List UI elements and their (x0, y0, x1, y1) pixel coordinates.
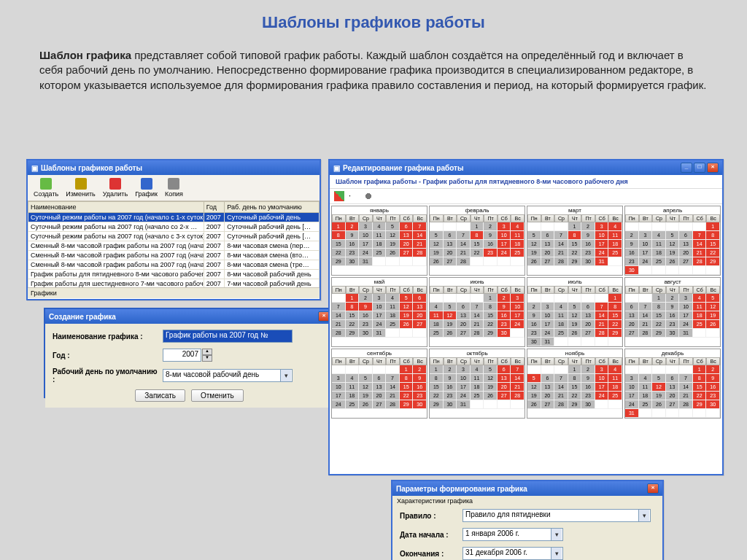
table-row[interactable]: График работы для пятидневного 8-ми часо… (28, 270, 320, 279)
templates-toolbar: СоздатьИзменитьУдалитьГрафикКопия (28, 175, 320, 201)
month-июнь: июньПнВтСрЧтПтСбВс1234567891011121314151… (429, 277, 525, 347)
maximize-icon[interactable]: □ (694, 163, 705, 173)
end-date[interactable]: 31 декабря 2006 г. (462, 547, 563, 560)
templates-grid[interactable]: НаименованиеГодРаб. день по умолчанию Су… (28, 201, 320, 287)
month-сентябрь: сентябрьПнВтСрЧтПтСбВс123456789101112131… (331, 349, 427, 419)
month-январь: январьПнВтСрЧтПтСбВс12345678910111213141… (331, 206, 427, 276)
create-dialog: Создание графика× Наименование графика :… (44, 308, 335, 398)
palette-icon[interactable] (334, 191, 344, 201)
month-ноябрь: ноябрьПнВтСрЧтПтСбВс12345678910111213141… (527, 349, 623, 419)
month-февраль: февральПнВтСрЧтПтСбВс1234567891011121314… (429, 206, 525, 276)
rule-select[interactable]: Правило для пятидневки (462, 509, 651, 522)
month-март: мартПнВтСрЧтПтСбВс1234567891011121314151… (527, 206, 623, 276)
params-dialog: Параметры формирования графика× Характер… (391, 480, 664, 560)
spin-down-icon[interactable]: ▼ (202, 355, 212, 362)
calendar-grid: январьПнВтСрЧтПтСбВс12345678910111213141… (330, 204, 722, 420)
default-day-select[interactable]: 8-ми часовой рабочий день (163, 369, 293, 382)
save-button[interactable]: Записать (135, 389, 185, 402)
toolbar-Копия[interactable]: Копия (162, 176, 186, 199)
table-row[interactable]: График работы для шестидневного 7-ми час… (28, 279, 320, 288)
month-август: августПнВтСрЧтПтСбВс12345678910111213141… (624, 277, 721, 347)
toolbar-Удалить[interactable]: Удалить (100, 176, 131, 199)
spin-up-icon[interactable]: ▲ (202, 349, 212, 355)
toolbar-График[interactable]: График (132, 176, 160, 199)
table-row[interactable]: Сменный 8-ми часовой график работы на 20… (28, 251, 320, 260)
year-input[interactable]: 2007 (163, 349, 201, 362)
page-title: Шаблоны графиков работы (0, 0, 747, 35)
gear-icon[interactable] (363, 191, 374, 201)
templates-titlebar[interactable]: ▣Шаблоны графиков работы (28, 160, 320, 175)
cancel-button[interactable]: Отменить (191, 389, 244, 402)
month-апрель: апрельПнВтСрЧтПтСбВс12345678910111213141… (624, 206, 721, 276)
editor-subtitle: Шаблон графика работы - График работы дл… (330, 175, 722, 189)
table-row[interactable]: Суточный режим работы на 2007 год (начал… (28, 232, 320, 241)
month-май: майПнВтСрЧтПтСбВс12345678910111213141516… (331, 277, 427, 347)
templates-window: ▣Шаблоны графиков работы СоздатьИзменить… (26, 159, 321, 300)
toolbar-Создать[interactable]: Создать (31, 176, 61, 199)
name-input[interactable]: График работы на 2007 год № (163, 330, 293, 343)
table-row[interactable]: Сменный 8-ми часовой график работы на 20… (28, 241, 320, 251)
start-date[interactable]: 1 января 2006 г. (462, 528, 563, 541)
window-icon: ▣ (333, 164, 340, 172)
toolbar-Изменить[interactable]: Изменить (63, 176, 98, 199)
editor-window: ▣Редактирование графика работы _□× Шабло… (328, 159, 724, 475)
window-icon: ▣ (31, 164, 38, 172)
close-icon[interactable]: × (707, 163, 719, 173)
minimize-icon[interactable]: _ (681, 163, 692, 173)
table-row[interactable]: Сменный 8-ми часовой график работы на 20… (28, 260, 320, 270)
table-row[interactable]: Суточный режим работы на 2007 год (начал… (28, 222, 320, 232)
table-row[interactable]: Суточный режим работы на 2007 год (начал… (28, 213, 320, 222)
status-bar: Графики (28, 287, 320, 298)
month-июль: июльПнВтСрЧтПтСбВс1234567891011121314151… (527, 277, 623, 347)
month-декабрь: декабрьПнВтСрЧтПтСбВс1234567891011121314… (624, 349, 721, 419)
intro-text: Шаблон графика представляет собой типово… (0, 35, 747, 93)
close-icon[interactable]: × (647, 483, 659, 494)
month-октябрь: октябрьПнВтСрЧтПтСбВс1234567891011121314… (429, 349, 525, 419)
